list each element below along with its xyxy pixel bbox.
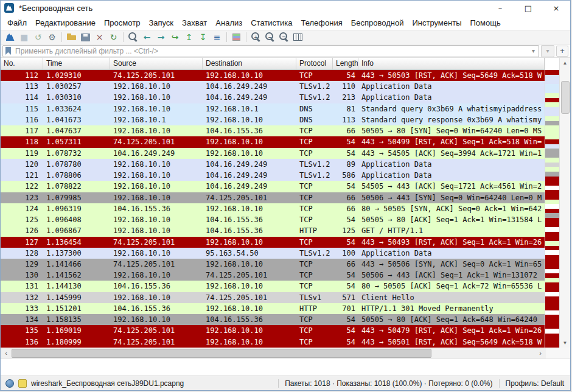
packet-row-131[interactable]: 1311.144130104.16.155.36192.168.10.10TCP… bbox=[1, 281, 545, 292]
menu-capture[interactable]: Захват bbox=[178, 16, 211, 29]
zoom-in-icon[interactable]: + bbox=[249, 31, 263, 43]
go-back-icon[interactable]: ← bbox=[140, 31, 154, 43]
packet-destination: 104.16.155.36 bbox=[203, 225, 296, 236]
packet-row-114[interactable]: 1141.030310192.168.10.10104.16.249.249TL… bbox=[1, 92, 545, 103]
packet-row-132[interactable]: 1321.145999192.168.10.1074.125.205.101TL… bbox=[1, 292, 545, 303]
scroll-left-icon[interactable]: ‹ bbox=[1, 349, 12, 357]
display-filter-field[interactable]: ▾ bbox=[2, 45, 539, 57]
scroll-right-icon[interactable]: › bbox=[535, 349, 546, 357]
titlebar[interactable]: *Беспроводная сеть – □ × bbox=[1, 1, 570, 15]
packet-row-129[interactable]: 1291.14146674.125.205.101192.168.10.10TC… bbox=[1, 259, 545, 270]
packet-row-120[interactable]: 1201.078780192.168.10.10104.16.249.249TL… bbox=[1, 159, 545, 170]
packet-row-123[interactable]: 1231.079985192.168.10.1074.125.205.101TC… bbox=[1, 192, 545, 203]
vertical-scrollbar-track[interactable] bbox=[560, 68, 570, 338]
packet-info: Application Data bbox=[358, 92, 545, 103]
packet-row-116[interactable]: 1161.041673192.168.10.1192.168.10.10DNS1… bbox=[1, 114, 545, 125]
menu-file[interactable]: Файл bbox=[3, 16, 31, 29]
packet-time: 1.078806 bbox=[43, 170, 110, 181]
save-file-icon[interactable] bbox=[78, 31, 92, 43]
minimap-stripe bbox=[545, 241, 559, 246]
packet-row-125[interactable]: 1251.096408192.168.10.10104.16.155.36TCP… bbox=[1, 214, 545, 225]
column-header-time[interactable]: Time bbox=[43, 58, 110, 69]
horizontal-scrollbar[interactable]: ‹ › bbox=[1, 348, 546, 359]
filter-bookmark-icon[interactable] bbox=[5, 47, 11, 55]
packet-length: 571 bbox=[333, 292, 358, 303]
packet-row-112[interactable]: 1121.02931074.125.205.101192.168.10.10TC… bbox=[1, 70, 545, 81]
vertical-scrollbar-thumb[interactable] bbox=[561, 81, 570, 114]
packet-row-135[interactable]: 1351.16901974.125.205.101192.168.10.10TC… bbox=[1, 325, 545, 336]
minimap-stripe bbox=[545, 177, 559, 181]
packet-row-130[interactable]: 1301.141562192.168.10.1074.125.205.101TC… bbox=[1, 270, 545, 281]
packet-row-128[interactable]: 1281.137300192.168.10.1095.163.54.50TLSv… bbox=[1, 248, 545, 259]
close-button[interactable]: × bbox=[542, 1, 570, 15]
resize-columns-icon[interactable] bbox=[291, 31, 305, 43]
packet-row-121[interactable]: 1211.078806192.168.10.10104.16.249.249TL… bbox=[1, 170, 545, 181]
go-last-packet-icon[interactable]: ↧ bbox=[196, 31, 210, 43]
menu-statistics[interactable]: Статистика bbox=[246, 16, 296, 29]
minimize-button[interactable]: – bbox=[486, 1, 514, 15]
menu-tools[interactable]: Инструменты bbox=[408, 16, 466, 29]
restart-capture-icon[interactable]: ↺ bbox=[31, 31, 45, 43]
packet-row-136[interactable]: 1361.18099974.125.205.101192.168.10.10TC… bbox=[1, 337, 545, 348]
reload-file-icon[interactable]: ↻ bbox=[106, 31, 120, 43]
menu-wireless[interactable]: Беспроводной bbox=[347, 16, 408, 29]
column-header-destination[interactable]: Destination bbox=[203, 58, 296, 69]
toolbar-separator bbox=[246, 32, 246, 42]
column-header-no[interactable]: No. bbox=[1, 58, 43, 69]
packet-time: 1.137300 bbox=[43, 248, 110, 259]
packet-row-124[interactable]: 1241.096319104.16.155.36192.168.10.10TCP… bbox=[1, 203, 545, 214]
auto-scroll-icon[interactable]: ≡ bbox=[210, 31, 224, 43]
capture-options-icon[interactable]: ⚙ bbox=[45, 31, 59, 43]
go-to-packet-icon[interactable]: ↪ bbox=[168, 31, 182, 43]
menu-view[interactable]: Просмотр bbox=[100, 16, 144, 29]
vertical-scrollbar[interactable]: ▲ ▼ bbox=[559, 58, 570, 348]
open-file-icon[interactable] bbox=[65, 31, 78, 43]
packet-row-115[interactable]: 1151.033624192.168.10.10192.168.10.1DNS8… bbox=[1, 103, 545, 114]
filter-history-dropdown-icon[interactable]: ▾ bbox=[531, 47, 536, 54]
zoom-out-icon[interactable]: − bbox=[263, 31, 277, 43]
menu-edit[interactable]: Редактирование bbox=[31, 16, 100, 29]
menu-telephony[interactable]: Телефония bbox=[296, 16, 346, 29]
colorize-icon[interactable] bbox=[229, 31, 243, 43]
column-header-source[interactable]: Source bbox=[110, 58, 203, 69]
packet-row-122[interactable]: 1221.078822192.168.10.10104.16.249.249TC… bbox=[1, 181, 545, 192]
filter-presets-dropdown[interactable]: ▾ bbox=[541, 45, 554, 57]
menu-go[interactable]: Запуск bbox=[144, 16, 178, 29]
profile-label[interactable]: Профиль: Default bbox=[499, 379, 566, 388]
column-header-info[interactable]: Info bbox=[358, 58, 545, 69]
minimap-stripe bbox=[545, 93, 559, 98]
packet-row-126[interactable]: 1261.096867192.168.10.10104.16.155.36HTT… bbox=[1, 225, 545, 236]
intelligent-scrollbar-minimap[interactable] bbox=[545, 58, 559, 348]
packet-row-119[interactable]: 1191.078732104.16.249.249192.168.10.10TC… bbox=[1, 148, 545, 159]
go-first-packet-icon[interactable]: ↥ bbox=[182, 31, 196, 43]
packet-info: Standard query response 0x3b69 A whatism… bbox=[358, 114, 545, 125]
horizontal-scrollbar-thumb[interactable] bbox=[12, 349, 431, 358]
column-header-length[interactable]: Length bbox=[333, 58, 358, 69]
menu-analyze[interactable]: Анализ bbox=[211, 16, 246, 29]
menu-help[interactable]: Помощь bbox=[466, 16, 505, 29]
filter-add-button[interactable]: + bbox=[556, 46, 568, 57]
packet-row-127[interactable]: 1271.13645474.125.205.101192.168.10.10TC… bbox=[1, 237, 545, 248]
packet-no: 133 bbox=[1, 303, 43, 314]
capture-comment-icon[interactable] bbox=[18, 379, 27, 388]
start-capture-icon[interactable] bbox=[3, 31, 17, 43]
maximize-button[interactable]: □ bbox=[514, 1, 542, 15]
scroll-up-icon[interactable]: ▲ bbox=[563, 58, 568, 68]
packet-row-113[interactable]: 1131.030257192.168.10.10104.16.249.249TL… bbox=[1, 81, 545, 92]
stop-capture-icon[interactable]: ■ bbox=[17, 31, 31, 43]
zoom-reset-icon[interactable]: = bbox=[277, 31, 291, 43]
packet-row-134[interactable]: 1341.158135192.168.10.10104.16.155.36TCP… bbox=[1, 314, 545, 325]
scroll-down-icon[interactable]: ▼ bbox=[563, 338, 568, 348]
column-header-protocol[interactable]: Protocol bbox=[296, 58, 333, 69]
packet-row-133[interactable]: 1331.151201104.16.155.36192.168.10.10HTT… bbox=[1, 303, 545, 314]
find-packet-icon[interactable] bbox=[126, 31, 140, 43]
packet-info: Standard query 0x3b69 A whatismyipaddres… bbox=[358, 103, 545, 114]
go-forward-icon[interactable]: → bbox=[154, 31, 168, 43]
packet-row-118[interactable]: 1181.05731174.125.205.101192.168.10.10TC… bbox=[1, 136, 545, 147]
packet-row-117[interactable]: 1171.047637192.168.10.10104.16.155.36TCP… bbox=[1, 125, 545, 136]
close-file-icon[interactable]: × bbox=[92, 31, 106, 43]
display-filter-input[interactable] bbox=[14, 46, 531, 56]
horizontal-scrollbar-track[interactable] bbox=[12, 348, 535, 359]
packet-info: 50505 → 80 [ACK] Seq=1 Ack=648 Win=64240 bbox=[358, 314, 545, 325]
expert-info-icon[interactable] bbox=[5, 379, 14, 388]
